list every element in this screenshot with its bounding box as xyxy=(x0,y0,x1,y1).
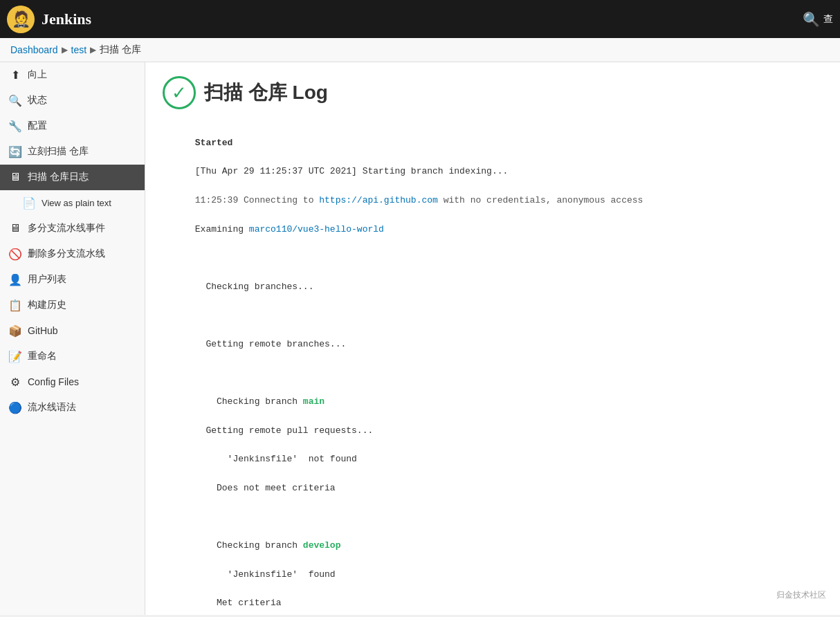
sidebar-label-config: 配置 xyxy=(28,120,136,132)
sidebar-label-github: GitHub xyxy=(28,325,136,336)
log-examining: Examining xyxy=(195,224,249,234)
sidebar-label-pipeline-syntax: 流水线语法 xyxy=(28,401,136,414)
sidebar-label-delete-multibranch: 删除多分支流水线 xyxy=(28,248,136,260)
sidebar-item-user-list[interactable]: 👤 用户列表 xyxy=(0,267,145,293)
user-list-icon: 👤 xyxy=(8,273,22,286)
main-content: ✓ 扫描 仓库 Log Started [Thu Apr 29 11:25:37… xyxy=(145,62,840,615)
breadcrumb-sep2: ▶ xyxy=(90,45,96,55)
header-search-label[interactable]: 查 xyxy=(823,13,833,26)
delete-multibranch-icon: 🚫 xyxy=(8,247,22,261)
log-line2-pre: 11:25:39 Connecting to xyxy=(195,195,319,205)
log-getting-pull-requests: Getting remote pull requests... xyxy=(195,425,373,436)
plain-text-icon: 📄 xyxy=(22,196,36,210)
config-icon: 🔧 xyxy=(8,119,22,133)
log-line1: [Thu Apr 29 11:25:37 UTC 2021] Starting … xyxy=(195,166,508,176)
breadcrumb-test[interactable]: test xyxy=(71,44,87,55)
main-layout: ⬆ 向上 🔍 状态 🔧 配置 🔄 立刻扫描 仓库 🖥 扫描 仓库日志 📄 Vie… xyxy=(0,62,840,615)
sidebar-item-build-history[interactable]: 📋 构建历史 xyxy=(0,293,145,318)
config-files-icon: ⚙ xyxy=(8,375,22,389)
scan-now-icon: 🔄 xyxy=(8,145,22,158)
sidebar-label-status: 状态 xyxy=(28,94,136,107)
jenkins-logo-icon: 🤵 xyxy=(7,6,35,33)
page-title: 扫描 仓库 Log xyxy=(204,80,328,106)
scan-log-icon: 🖥 xyxy=(8,170,22,184)
sidebar-item-pipeline-syntax[interactable]: 🔵 流水线语法 xyxy=(0,395,145,421)
pipeline-syntax-icon: 🔵 xyxy=(8,400,22,414)
github-icon: 📦 xyxy=(8,324,22,338)
sidebar-label-plain-text: View as plain text xyxy=(42,198,136,208)
sidebar-item-scan-now[interactable]: 🔄 立刻扫描 仓库 xyxy=(0,139,145,165)
sidebar-label-rename: 重命名 xyxy=(28,350,136,362)
up-icon: ⬆ xyxy=(8,68,22,82)
sidebar-label-scan-log: 扫描 仓库日志 xyxy=(28,171,136,183)
watermark: 归金技术社区 xyxy=(776,589,826,601)
sidebar-item-github[interactable]: 📦 GitHub xyxy=(0,318,145,344)
log-content: Started [Thu Apr 29 11:25:37 UTC 2021] S… xyxy=(163,122,823,615)
search-icon[interactable]: 🔍 xyxy=(803,11,820,28)
sidebar-item-plain-text[interactable]: 📄 View as plain text xyxy=(0,190,145,216)
log-jenkinsfile-not-found: 'Jenkinsfile' not found xyxy=(195,454,357,464)
log-checking-branches: Checking branches... xyxy=(195,282,314,292)
branch-main-label: main xyxy=(303,396,325,407)
sidebar-item-config[interactable]: 🔧 配置 xyxy=(0,113,145,139)
branch-develop-label: develop xyxy=(303,540,341,551)
rename-icon: 📝 xyxy=(8,349,22,363)
breadcrumb-sep1: ▶ xyxy=(62,45,68,55)
sidebar-item-delete-multibranch[interactable]: 🚫 删除多分支流水线 xyxy=(0,241,145,267)
page-title-row: ✓ 扫描 仓库 Log xyxy=(163,76,823,109)
sidebar-label-multibranch-events: 多分支流水线事件 xyxy=(28,222,136,234)
sidebar-item-up[interactable]: ⬆ 向上 xyxy=(0,62,145,88)
sidebar-item-config-files[interactable]: ⚙ Config Files xyxy=(0,369,145,395)
log-getting-remote: Getting remote branches... xyxy=(195,339,346,349)
log-started: Started xyxy=(195,138,233,148)
log-checking-main-pre: Checking branch xyxy=(195,396,303,407)
sidebar-item-scan-log[interactable]: 🖥 扫描 仓库日志 xyxy=(0,165,145,190)
success-check-icon: ✓ xyxy=(163,76,196,109)
sidebar-label-scan-now: 立刻扫描 仓库 xyxy=(28,145,136,158)
logo-area: 🤵 Jenkins xyxy=(7,6,91,33)
sidebar-item-rename[interactable]: 📝 重命名 xyxy=(0,344,145,369)
log-checking-develop-pre: Checking branch xyxy=(195,540,303,551)
github-api-link[interactable]: https://api.github.com xyxy=(319,195,438,205)
log-does-not-meet: Does not meet criteria xyxy=(195,483,336,493)
sidebar-label-user-list: 用户列表 xyxy=(28,273,136,286)
multibranch-events-icon: 🖥 xyxy=(8,221,22,235)
sidebar: ⬆ 向上 🔍 状态 🔧 配置 🔄 立刻扫描 仓库 🖥 扫描 仓库日志 📄 Vie… xyxy=(0,62,145,615)
build-history-icon: 📋 xyxy=(8,298,22,312)
header-title: Jenkins xyxy=(42,10,91,28)
sidebar-label-up: 向上 xyxy=(28,68,136,81)
sidebar-label-build-history: 构建历史 xyxy=(28,299,136,311)
status-icon: 🔍 xyxy=(8,93,22,107)
repo-link[interactable]: marco110/vue3-hello-world xyxy=(249,224,384,234)
breadcrumb: Dashboard ▶ test ▶ 扫描 仓库 xyxy=(0,38,840,62)
sidebar-item-status[interactable]: 🔍 状态 xyxy=(0,88,145,113)
log-line2-post: with no credentials, anonymous access xyxy=(438,195,643,205)
header: 🤵 Jenkins 🔍 查 xyxy=(0,0,840,38)
log-jenkinsfile-found-develop: 'Jenkinsfile' found xyxy=(195,569,336,580)
breadcrumb-current: 扫描 仓库 xyxy=(100,44,141,56)
header-search-area: 🔍 查 xyxy=(803,11,833,28)
sidebar-label-config-files: Config Files xyxy=(28,376,136,387)
breadcrumb-dashboard[interactable]: Dashboard xyxy=(10,44,58,55)
log-met-criteria-develop: Met criteria xyxy=(195,598,282,608)
sidebar-item-multibranch-events[interactable]: 🖥 多分支流水线事件 xyxy=(0,216,145,241)
